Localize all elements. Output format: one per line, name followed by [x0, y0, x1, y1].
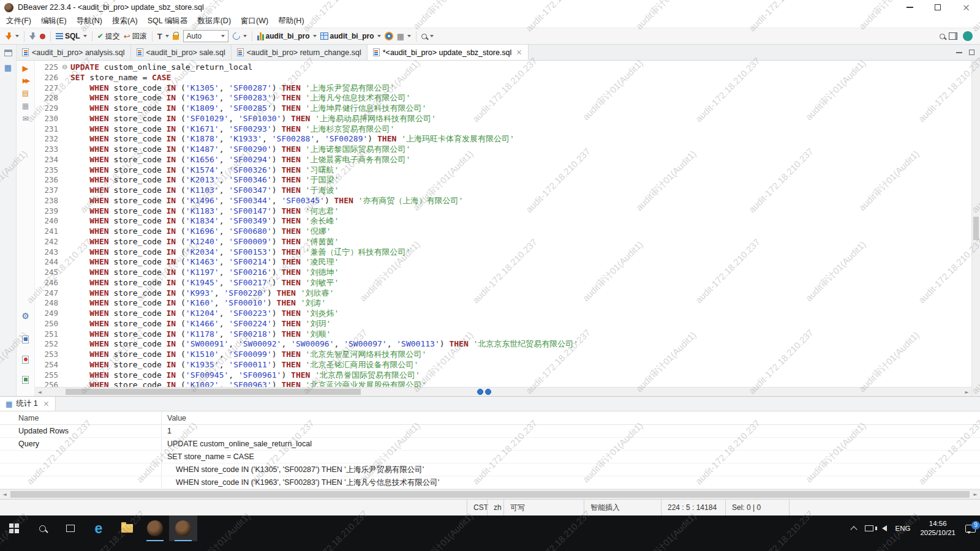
- grid-icon[interactable]: ▦: [22, 102, 29, 110]
- action-center-button[interactable]: 9: [961, 515, 980, 541]
- input-language-button[interactable]: ENG: [891, 515, 915, 541]
- transaction-mode-button[interactable]: T: [156, 29, 171, 43]
- stats-row[interactable]: Updated Rows1: [0, 425, 980, 438]
- close-icon[interactable]: [516, 50, 522, 55]
- sync-connection-button[interactable]: [28, 29, 38, 43]
- commit-mode-select[interactable]: Auto: [183, 30, 228, 42]
- lock-button[interactable]: [171, 29, 181, 43]
- menu-item[interactable]: 文件(F): [1, 16, 36, 26]
- scroll-thumb[interactable]: [66, 389, 361, 395]
- taskbar-search-button[interactable]: [28, 515, 56, 541]
- taskbar-clock[interactable]: 14:56 2025/10/21: [914, 515, 961, 541]
- stats-row[interactable]: SET store_name = CASE: [0, 451, 980, 463]
- close-icon[interactable]: [43, 401, 49, 407]
- editor-vscrollbar[interactable]: [971, 61, 980, 396]
- task-view-button[interactable]: [56, 515, 85, 541]
- script-file-icon[interactable]: [22, 335, 29, 343]
- minimize-button[interactable]: [895, 0, 924, 15]
- commit-button[interactable]: ✔提交: [96, 29, 122, 43]
- panel-hscrollbar[interactable]: ◄ ►: [0, 489, 980, 499]
- close-button[interactable]: [952, 0, 980, 15]
- maximize-panel-icon[interactable]: [969, 50, 974, 55]
- menu-item[interactable]: 编辑(E): [36, 16, 72, 26]
- menu-item[interactable]: 数据库(D): [192, 16, 236, 26]
- scroll-thumb[interactable]: [973, 217, 979, 240]
- stats-cell-name: Updated Rows: [0, 427, 161, 435]
- line-number: 244: [35, 257, 61, 268]
- start-button[interactable]: [0, 515, 28, 541]
- edge-button[interactable]: e: [85, 515, 113, 541]
- rollback-button[interactable]: ↩回滚: [122, 29, 149, 43]
- stats-row[interactable]: WHEN store_code IN ('K1963', 'SF00283') …: [0, 476, 980, 489]
- editor-tab[interactable]: *<audit_bi_pro> update_sbz_store.sql: [368, 45, 529, 60]
- database-navigator-icon[interactable]: ▦: [4, 64, 12, 72]
- line-number: 247: [35, 288, 61, 299]
- status-fill: [789, 500, 980, 515]
- execute-statement-icon[interactable]: ▶: [23, 64, 29, 72]
- editor-tab[interactable]: <audit_bi_pro> return_change.sql: [232, 45, 368, 60]
- clock-time: 14:56: [929, 519, 947, 528]
- menu-item[interactable]: 搜索(A): [107, 16, 143, 26]
- sql-dialect-selector[interactable]: SQL: [54, 29, 89, 43]
- status-caret-position[interactable]: 224 : 5 : 14184: [661, 500, 725, 515]
- editor-hscrollbar[interactable]: ◄ ►: [35, 387, 971, 396]
- code-line: WHEN store_code IN ('K1656', 'SF00294') …: [70, 155, 971, 165]
- output-file-icon[interactable]: [22, 376, 29, 384]
- quick-search-button[interactable]: [938, 29, 947, 43]
- status-selection[interactable]: Sel: 0 | 0: [725, 500, 789, 515]
- editor-tab[interactable]: <audit_bi_pro> analysis.sql: [17, 45, 131, 60]
- status-insert-mode[interactable]: 智能插入: [584, 500, 661, 515]
- new-connection-button[interactable]: [4, 29, 21, 43]
- restore-view-icon[interactable]: [4, 50, 12, 56]
- file-explorer-button[interactable]: [113, 515, 141, 541]
- stats-cell-value: SET store_name = CASE: [161, 451, 980, 463]
- transaction-log-button[interactable]: [231, 29, 249, 43]
- export-icon[interactable]: ✉: [22, 115, 28, 122]
- database-selector[interactable]: audit_bi_pro: [255, 29, 318, 43]
- scroll-left-icon[interactable]: ◄: [0, 490, 9, 499]
- menu-item[interactable]: 帮助(H): [273, 16, 309, 26]
- log-file-icon[interactable]: [22, 356, 29, 364]
- fold-column[interactable]: ⊖: [61, 61, 69, 396]
- column-header-name[interactable]: Name: [0, 414, 161, 422]
- restore-panels-dots[interactable]: [477, 389, 491, 395]
- status-language[interactable]: zh: [487, 500, 503, 515]
- stats-row[interactable]: QueryUPDATE custom_online_sale_return_lo…: [0, 438, 980, 451]
- fold-marker: [61, 155, 69, 165]
- code-area[interactable]: UPDATE custom_online_sale_return_localSE…: [69, 61, 971, 396]
- toggle-panel-button[interactable]: [947, 29, 959, 43]
- grid-view-button[interactable]: ▦: [395, 29, 413, 43]
- tray-volume-button[interactable]: [878, 515, 891, 541]
- user-avatar[interactable]: [963, 31, 973, 41]
- menu-item[interactable]: 导航(N): [72, 16, 107, 26]
- line-number: 231: [35, 124, 61, 135]
- maximize-button[interactable]: [924, 0, 952, 15]
- dbeaver-taskbar-button[interactable]: [141, 515, 169, 541]
- explain-plan-icon[interactable]: ▤: [22, 89, 29, 97]
- data-transfer-button[interactable]: [383, 29, 395, 43]
- schema-selector[interactable]: audit_bi_pro: [318, 29, 383, 43]
- menu-item[interactable]: 窗口(W): [236, 16, 273, 26]
- editor-tab[interactable]: <audit_bi_pro> sale.sql: [131, 45, 232, 60]
- search-dropdown-button[interactable]: [420, 29, 435, 43]
- tray-expand-button[interactable]: [847, 515, 861, 541]
- stats-row[interactable]: WHEN store_code IN ('K1305', 'SF00287') …: [0, 463, 980, 476]
- column-header-value[interactable]: Value: [161, 411, 980, 424]
- code-line: WHEN store_code IN ('K1809', 'SF00285') …: [70, 103, 971, 114]
- dbeaver-taskbar-button-active[interactable]: [169, 515, 197, 541]
- menu-item[interactable]: SQL 编辑器: [143, 16, 193, 26]
- stats-tab[interactable]: ▦ 统计 1: [0, 397, 56, 411]
- scroll-right-icon[interactable]: ►: [971, 490, 980, 499]
- status-writable[interactable]: 可写: [503, 500, 584, 515]
- line-number-gutter[interactable]: 2252262272282292302312322332342352362372…: [35, 61, 61, 396]
- pin-connection-button[interactable]: [38, 29, 47, 43]
- execute-script-icon[interactable]: ▶▶: [23, 78, 28, 84]
- scroll-thumb[interactable]: [10, 491, 970, 498]
- minimize-panel-icon[interactable]: [956, 52, 962, 53]
- status-timezone[interactable]: CST: [467, 500, 487, 515]
- search-icon: [421, 34, 427, 39]
- menu-bar: 文件(F)编辑(E)导航(N)搜索(A)SQL 编辑器数据库(D)窗口(W)帮助…: [0, 15, 980, 28]
- scroll-right-icon[interactable]: ►: [962, 388, 971, 397]
- gear-icon[interactable]: ⚙: [21, 312, 29, 320]
- scroll-left-icon[interactable]: ◄: [35, 388, 44, 397]
